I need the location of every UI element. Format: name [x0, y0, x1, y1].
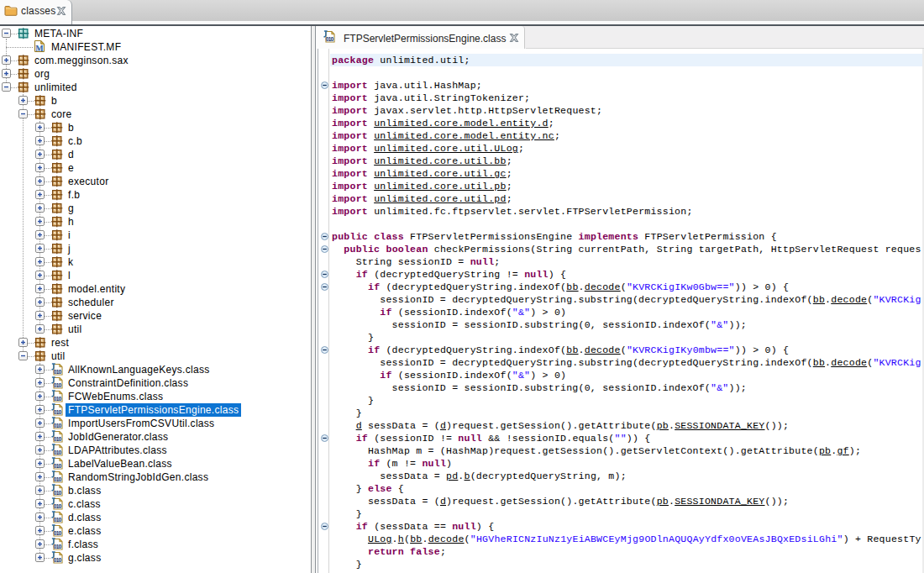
- svg-text:010: 010: [54, 382, 62, 388]
- svg-text:010: 010: [54, 544, 62, 549]
- svg-text:010: 010: [54, 396, 62, 402]
- svg-text:010: 010: [54, 476, 62, 482]
- svg-text:010: 010: [54, 503, 62, 509]
- svg-text:010: 010: [54, 449, 62, 455]
- svg-text:M: M: [35, 44, 44, 53]
- svg-text:010: 010: [326, 36, 334, 42]
- svg-text:010: 010: [54, 530, 62, 536]
- svg-text:010: 010: [54, 436, 62, 442]
- svg-text:010: 010: [54, 409, 62, 415]
- svg-text:010: 010: [54, 490, 62, 496]
- svg-text:010: 010: [54, 369, 62, 375]
- svg-text:010: 010: [54, 557, 62, 563]
- svg-text:010: 010: [54, 463, 62, 469]
- svg-text:010: 010: [54, 423, 62, 428]
- svg-text:010: 010: [54, 517, 62, 523]
